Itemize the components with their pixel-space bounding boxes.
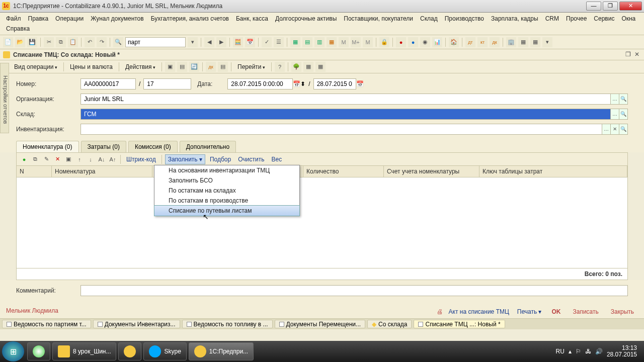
dt-save-icon[interactable]: ▤ [177, 62, 187, 72]
tray-flag-icon[interactable]: ⚐ [576, 348, 581, 355]
menu-salary[interactable]: Зарплата, кадры [488, 14, 541, 23]
tb-r2-icon[interactable]: ● [408, 37, 418, 47]
tb-r5-icon[interactable]: ▦ [518, 37, 528, 47]
task-skype[interactable]: Skype [143, 342, 186, 360]
tb-r6-icon[interactable]: ▦ [530, 37, 540, 47]
tb-r1-icon[interactable]: ● [396, 37, 406, 47]
tb-nav-back-icon[interactable]: ◀ [204, 37, 214, 47]
subnumber-input[interactable] [143, 78, 191, 89]
tb-open-icon[interactable]: 📂 [15, 37, 25, 47]
dt-record-icon[interactable]: 🔄 [189, 62, 199, 72]
tb-h-icon[interactable]: 🏢 [506, 37, 516, 47]
clear-button[interactable]: Очистить [235, 155, 267, 164]
org-select-icon[interactable]: … [610, 94, 619, 105]
tb-lock-icon[interactable]: 🔒 [379, 37, 389, 47]
dt-grid2-icon[interactable]: ▦ [315, 62, 326, 72]
task-chrome[interactable] [27, 342, 50, 360]
tab-commission[interactable]: Комиссия (0) [128, 141, 178, 152]
org-input[interactable] [80, 94, 611, 105]
tb-home-icon[interactable]: 🏠 [449, 37, 459, 47]
tray-clock[interactable]: 13:13 28.07.2015 [607, 345, 637, 358]
tb-t2-icon[interactable]: кт [477, 37, 488, 47]
dd-bso[interactable]: Заполнить БСО [154, 175, 299, 186]
ok-button[interactable]: OK [548, 307, 565, 316]
inv-input[interactable] [80, 124, 602, 135]
dd-stock[interactable]: По остаткам на складах [154, 186, 299, 196]
date-calendar-icon[interactable]: 📅 [293, 80, 300, 87]
task-1c-active[interactable]: 1С:Предпри... [189, 342, 254, 360]
tb-save-icon[interactable]: 💾 [27, 37, 37, 47]
goto-button[interactable]: Перейти [234, 62, 268, 71]
tb-cut-icon[interactable]: ✂ [44, 37, 54, 47]
inv-clear-icon[interactable]: ✕ [610, 124, 619, 135]
wintab-4[interactable]: ◆Со склада [367, 320, 412, 328]
menu-bank[interactable]: Банк, касса [233, 14, 271, 23]
wintab-5[interactable]: Списание ТМЦ ...: Новый * [414, 320, 505, 328]
tb-copy-icon[interactable]: ⧉ [56, 37, 66, 47]
tb-list-icon[interactable]: ☰ [274, 37, 284, 47]
tb-g1-icon[interactable]: ▦ [290, 37, 300, 47]
tb-search-icon[interactable]: 🔍 [113, 37, 123, 47]
wintab-3[interactable]: Документы Перемещени... [275, 320, 366, 328]
tab-nomenclature[interactable]: Номенклатура (0) [16, 141, 79, 152]
task-explorer[interactable]: 8 урок_Шин... [52, 342, 116, 360]
col-account[interactable]: Счет учета номенклатуры [384, 166, 479, 177]
tray-net-icon[interactable]: 🖧 [585, 348, 591, 355]
menu-other[interactable]: Прочее [563, 14, 590, 23]
dt-tree-icon[interactable]: 🌳 [291, 62, 301, 72]
menu-crm[interactable]: CRM [542, 14, 562, 23]
sidebar-reports-tab[interactable]: Настройки отчетов [0, 63, 9, 133]
tb-r3-icon[interactable]: ◉ [420, 37, 430, 47]
pick-button[interactable]: Подбор [207, 155, 233, 164]
sklad-select-icon[interactable]: … [610, 109, 619, 120]
wintab-1[interactable]: Документы Инвентариз... [93, 320, 180, 328]
print-button[interactable]: Печать ▾ [515, 307, 544, 316]
sklad-input[interactable] [80, 109, 611, 120]
sklad-search-icon[interactable]: 🔍 [619, 109, 628, 120]
tb-mp-icon[interactable]: M+ [351, 37, 361, 47]
close-doc-button[interactable]: Закрыть [607, 307, 638, 316]
task-1c[interactable] [118, 342, 141, 360]
menu-assets[interactable]: Долгосрочные активы [272, 14, 340, 23]
save-button[interactable]: Записать [569, 307, 603, 316]
grid-sort-desc-icon[interactable]: A↑ [108, 155, 117, 164]
tab-costs[interactable]: Затраты (0) [81, 141, 126, 152]
col-key[interactable]: Ключ таблицы затрат [479, 166, 627, 177]
minimize-button[interactable]: — [586, 2, 601, 11]
tb-paste-icon[interactable]: 📋 [68, 37, 78, 47]
grid-end-icon[interactable]: ▣ [64, 155, 73, 164]
tb-t1-icon[interactable]: дт [465, 37, 475, 47]
menu-accounting[interactable]: Бухгалтерия, анализ счетов [148, 14, 232, 23]
barcode-button[interactable]: Штрих-код [124, 155, 158, 164]
tb-g3-icon[interactable]: ▥ [314, 37, 325, 47]
grid-body[interactable]: ↖ [17, 177, 627, 268]
tray-vol-icon[interactable]: 🔊 [595, 348, 603, 355]
weight-button[interactable]: Вес [269, 155, 284, 164]
tray-lang[interactable]: RU [556, 348, 565, 355]
menu-warehouse[interactable]: Склад [417, 14, 441, 23]
org-search-icon[interactable]: 🔍 [619, 94, 628, 105]
dt-post-icon[interactable]: ▣ [165, 62, 175, 72]
menu-edit[interactable]: Правка [25, 14, 52, 23]
menu-service[interactable]: Сервис [591, 14, 617, 23]
grid-sort-asc-icon[interactable]: A↓ [97, 155, 106, 164]
grid-edit-icon[interactable]: ✎ [42, 155, 51, 164]
tb-cal-icon[interactable]: 📅 [245, 37, 255, 47]
footer-user[interactable]: Мельник Людмила [6, 307, 58, 316]
inv-search-icon[interactable]: 🔍 [619, 124, 628, 135]
date-spin-icon[interactable]: ⬍ [300, 80, 305, 87]
tab-additional[interactable]: Дополнительно [180, 141, 236, 152]
actions-button[interactable]: Действия [122, 62, 158, 71]
tb-nav-fwd-icon[interactable]: ▶ [216, 37, 226, 47]
tb-m-icon[interactable]: M [339, 37, 349, 47]
menu-partners[interactable]: Поставщики, покупатели [341, 14, 416, 23]
doc-close-icon[interactable]: ✕ [633, 51, 641, 59]
tb-new-icon[interactable]: 📄 [3, 37, 13, 47]
grid-add-icon[interactable]: ● [20, 155, 29, 164]
tb-r7-icon[interactable]: ▾ [542, 37, 552, 47]
maximize-button[interactable]: ❐ [603, 2, 618, 11]
tb-undo-icon[interactable]: ↶ [85, 37, 95, 47]
toolbar-search-input[interactable] [125, 37, 186, 47]
date-input[interactable] [227, 78, 293, 89]
tb-r4-icon[interactable]: 📊 [432, 37, 442, 47]
